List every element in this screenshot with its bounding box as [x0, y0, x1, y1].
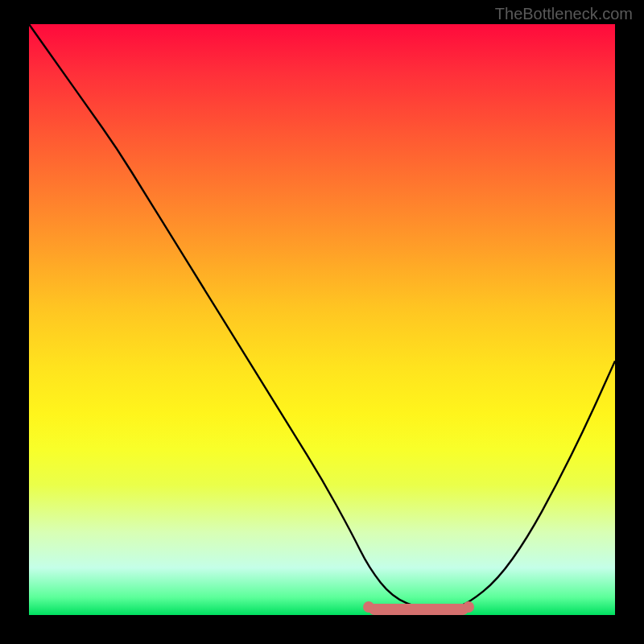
- bottleneck-curve: [29, 24, 615, 615]
- optimal-range-band: [369, 604, 469, 615]
- chart-plot-area: [29, 24, 615, 615]
- optimal-range-end-dot: [463, 601, 474, 613]
- watermark-text: TheBottleneck.com: [495, 5, 633, 23]
